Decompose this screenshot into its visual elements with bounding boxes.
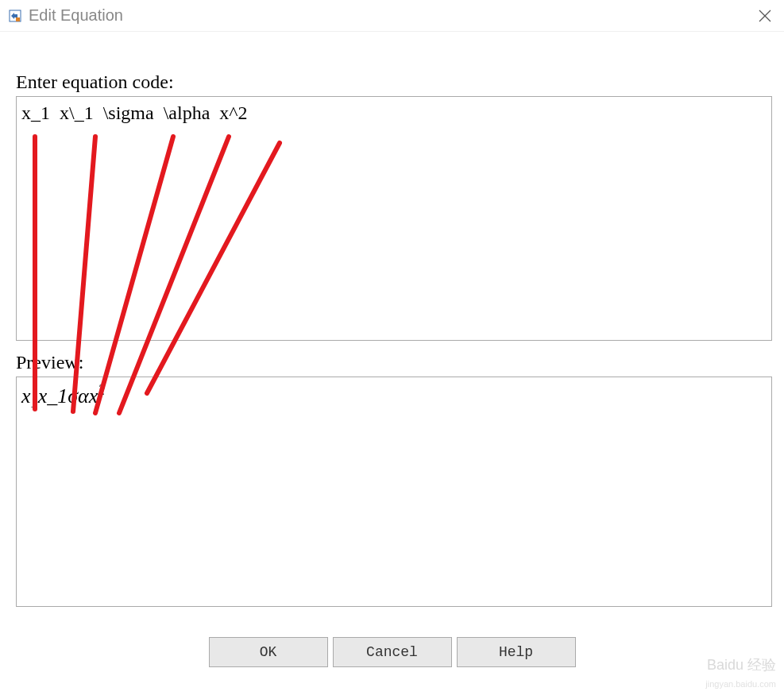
preview-part: x [89, 384, 98, 407]
svg-rect-1 [16, 17, 20, 21]
preview-part: x_1 [38, 384, 68, 407]
equation-code-label: Enter equation code: [16, 71, 768, 93]
preview-label: Preview: [16, 352, 768, 373]
preview-part: σ [68, 384, 78, 407]
titlebar: Edit Equation [0, 0, 784, 32]
app-icon [8, 9, 22, 23]
preview-part: α [78, 384, 89, 407]
window-title: Edit Equation [29, 6, 123, 25]
preview-part: 2 [98, 382, 105, 398]
preview-panel: x1x_1σαx2 [16, 377, 772, 607]
help-button[interactable]: Help [457, 637, 576, 667]
preview-part: 1 [31, 395, 38, 411]
preview-rendered: x1x_1σαx2 [21, 384, 105, 407]
cancel-button[interactable]: Cancel [333, 637, 452, 667]
button-row: OK Cancel Help [16, 637, 768, 667]
equation-code-input[interactable]: x_1 x\_1 \sigma \alpha x^2 [16, 96, 772, 341]
preview-part: x [21, 384, 31, 407]
close-icon[interactable] [755, 6, 774, 25]
dialog-content: Enter equation code: x_1 x\_1 \sigma \al… [0, 32, 784, 683]
ok-button[interactable]: OK [209, 637, 328, 667]
